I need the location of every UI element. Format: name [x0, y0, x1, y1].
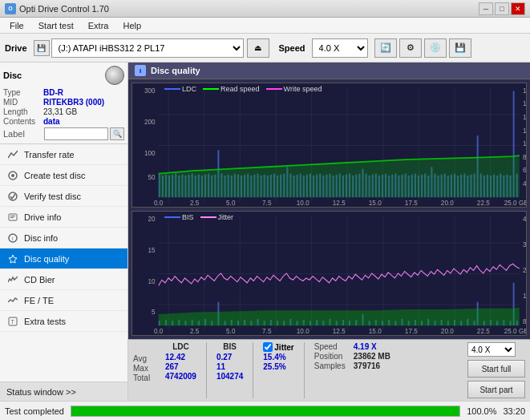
transfer-rate-icon [6, 148, 19, 161]
start-full-button[interactable]: Start full [467, 360, 525, 378]
speed-select-toolbar[interactable]: 4.0 X [312, 38, 368, 58]
svg-text:8 X: 8 X [523, 152, 526, 161]
total-label: Total [133, 374, 159, 382]
drive-info-icon [6, 211, 19, 224]
nav-label-extra-tests: Extra tests [24, 317, 66, 326]
label-input[interactable] [44, 127, 108, 140]
statusbar: Test completed 100.0% 33:20 [0, 401, 530, 420]
menu-file[interactable]: File [3, 19, 30, 32]
length-label: Length [3, 107, 43, 116]
menu-help[interactable]: Help [116, 19, 148, 32]
samples-value: 379716 [354, 361, 380, 370]
label-label: Label [3, 129, 42, 139]
svg-text:0.0: 0.0 [154, 198, 163, 207]
svg-text:12.5: 12.5 [333, 326, 346, 335]
type-value: BD-R [43, 88, 63, 97]
maximize-button[interactable]: □ [495, 2, 509, 15]
nav-item-create-test-disc[interactable]: Create test disc [0, 165, 127, 186]
nav-item-drive-info[interactable]: Drive info [0, 207, 127, 228]
svg-text:7.5: 7.5 [262, 326, 271, 335]
nav-label-cd-bier: CD Bier [24, 275, 55, 285]
status-text: Test completed [5, 406, 64, 416]
legend-read-speed: Read speed [203, 85, 260, 93]
svg-point-2 [9, 192, 17, 200]
nav-item-extra-tests[interactable]: T Extra tests [0, 311, 127, 332]
nav-item-disc-quality[interactable]: Disc quality [0, 248, 127, 269]
refresh-button[interactable]: 🔄 [374, 38, 397, 58]
toolbar: Drive 💾 (J:) ATAPI iHBS312 2 PL17 ⏏ Spee… [0, 34, 530, 63]
avg-ldc-value: 12.42 [165, 353, 185, 361]
nav-item-fe-te[interactable]: FE / TE [0, 290, 127, 311]
bis-header: BIS [216, 342, 243, 352]
buttons-section: 4.0 X Start full Start part [467, 342, 525, 398]
extra-tests-icon: T [6, 315, 19, 328]
nav-label-create-test-disc: Create test disc [24, 171, 85, 180]
nav-item-cd-bier[interactable]: CD Bier [0, 269, 127, 290]
nav-item-verify-test-disc[interactable]: Verify test disc [0, 186, 127, 207]
nav-item-transfer-rate[interactable]: Transfer rate [0, 144, 127, 165]
drive-icon: 💾 [34, 40, 50, 56]
progress-percentage: 100.0% [467, 406, 496, 416]
charts-area: LDC Read speed Write speed [128, 79, 530, 339]
settings-button[interactable]: ⚙ [399, 38, 422, 58]
disc-section: Disc Type BD-R MID RITEKBR3 (000) Length… [0, 63, 127, 144]
nav-item-disc-info[interactable]: i Disc info [0, 228, 127, 248]
type-label: Type [3, 88, 43, 97]
progress-bar-fill [71, 406, 459, 416]
label-browse-button[interactable]: 🔍 [110, 127, 124, 140]
start-part-button[interactable]: Start part [467, 381, 525, 398]
svg-text:15.0: 15.0 [369, 326, 382, 335]
ldc-chart-legend: LDC Read speed Write speed [164, 85, 322, 93]
status-window-button[interactable]: Status window >> [0, 382, 127, 401]
drive-select[interactable]: (J:) ATAPI iHBS312 2 PL17 [51, 38, 244, 58]
minimize-button[interactable]: ─ [479, 2, 493, 15]
svg-text:22.5: 22.5 [477, 198, 490, 207]
svg-text:6 X: 6 X [523, 166, 526, 175]
svg-rect-4 [10, 216, 15, 216]
svg-text:12 X: 12 X [523, 126, 526, 135]
legend-read-speed-label: Read speed [220, 85, 260, 93]
avg-bis-value: 0.27 [216, 353, 232, 361]
drive-label: Drive [5, 43, 27, 53]
speed-action-select[interactable]: 4.0 X [467, 342, 516, 357]
disc-image-icon [105, 66, 124, 85]
menu-extra[interactable]: Extra [82, 19, 115, 32]
bis-chart: BIS Jitter 20 15 [131, 211, 527, 336]
stats-divider-3 [304, 342, 305, 398]
svg-text:22.5: 22.5 [477, 326, 490, 335]
svg-text:20: 20 [148, 214, 156, 223]
stats-panel: Avg Max Total LDC 12.42 267 4742009 [128, 339, 530, 401]
disc-info-icon: i [6, 232, 19, 244]
avg-jitter-value: 15.4% [263, 353, 285, 361]
svg-text:17.5: 17.5 [405, 326, 418, 335]
svg-text:32%: 32% [523, 240, 526, 248]
svg-text:10: 10 [148, 277, 156, 285]
save-button[interactable]: 💾 [449, 38, 471, 58]
jitter-checkbox[interactable] [263, 342, 273, 352]
eject-button[interactable]: ⏏ [247, 38, 269, 58]
menubar: File Start test Extra Help [0, 18, 530, 34]
contents-label: Contents [3, 117, 43, 126]
svg-text:i: i [12, 236, 14, 241]
svg-text:10 X: 10 X [523, 139, 526, 148]
bis-chart-svg: 20 15 10 5 40% 32% 24% 16% 8% 0.0 2.5 5.… [132, 212, 526, 335]
stats-col-labels: Avg Max Total [133, 342, 159, 382]
svg-text:40%: 40% [523, 214, 526, 223]
speed-stat-label: Speed [314, 342, 350, 351]
main-area: Disc Type BD-R MID RITEKBR3 (000) Length… [0, 63, 530, 401]
svg-text:7.5: 7.5 [262, 198, 271, 207]
max-label: Max [133, 364, 159, 373]
legend-bis-label: BIS [182, 213, 194, 221]
samples-label: Samples [314, 361, 350, 370]
nav-label-fe-te: FE / TE [24, 296, 54, 305]
disc-button[interactable]: 💿 [424, 38, 447, 58]
sidebar: Disc Type BD-R MID RITEKBR3 (000) Length… [0, 63, 128, 401]
svg-text:20.0: 20.0 [441, 198, 454, 207]
nav-items: Transfer rate Create test disc Verify te… [0, 144, 127, 382]
svg-text:5.0: 5.0 [226, 326, 235, 335]
svg-text:10.0: 10.0 [297, 198, 310, 207]
disc-quality-icon [6, 252, 19, 265]
menu-start-test[interactable]: Start test [32, 19, 80, 32]
svg-text:14 X: 14 X [523, 112, 526, 121]
close-button[interactable]: ✕ [511, 2, 525, 15]
